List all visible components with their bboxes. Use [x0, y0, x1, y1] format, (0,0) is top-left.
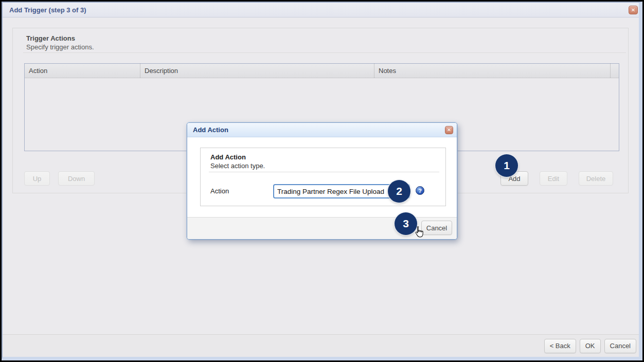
ok-button[interactable]: OK [580, 339, 601, 353]
window-cancel-button[interactable]: Cancel [604, 339, 636, 353]
form-heading: Add Action [210, 153, 246, 161]
up-button[interactable]: Up [24, 171, 50, 186]
actions-table-header: Action Description Notes [25, 64, 619, 78]
panel-heading: Trigger Actions [26, 34, 75, 42]
dialog-title: Add Action [193, 126, 228, 134]
add-trigger-window: Add Trigger (step 3 of 3) ✕ Trigger Acti… [2, 2, 642, 360]
window-close-icon[interactable]: ✕ [629, 6, 638, 14]
help-icon[interactable]: ? [416, 186, 424, 195]
annotation-badge-1: 1 [495, 154, 518, 177]
down-button[interactable]: Down [58, 171, 95, 186]
panel-divider [23, 52, 626, 53]
add-action-form: Add Action Select action type. Action Tr… [200, 148, 446, 206]
form-divider [209, 172, 439, 172]
annotation-badge-2: 2 [388, 180, 410, 203]
form-subheading: Select action type. [210, 162, 265, 170]
delete-button[interactable]: Delete [579, 171, 613, 186]
hand-cursor-icon [413, 226, 424, 239]
column-header-description[interactable]: Description [140, 64, 374, 78]
panel-subheading: Specify trigger actions. [26, 43, 94, 51]
dialog-titlebar: Add Action [187, 123, 457, 137]
back-button[interactable]: < Back [544, 339, 576, 353]
column-header-action[interactable]: Action [25, 64, 140, 78]
column-header-spacer [611, 64, 619, 78]
column-header-notes[interactable]: Notes [374, 64, 611, 78]
dialog-body: Add Action Select action type. Action Tr… [187, 137, 457, 218]
action-field-label: Action [210, 184, 229, 198]
dialog-close-icon[interactable]: ✕ [445, 126, 453, 134]
window-titlebar: Add Trigger (step 3 of 3) [3, 3, 639, 17]
edit-button[interactable]: Edit [540, 171, 567, 186]
window-title: Add Trigger (step 3 of 3) [9, 6, 86, 14]
dialog-cancel-button[interactable]: Cancel [421, 221, 452, 235]
window-footer: < Back OK Cancel [3, 334, 639, 357]
